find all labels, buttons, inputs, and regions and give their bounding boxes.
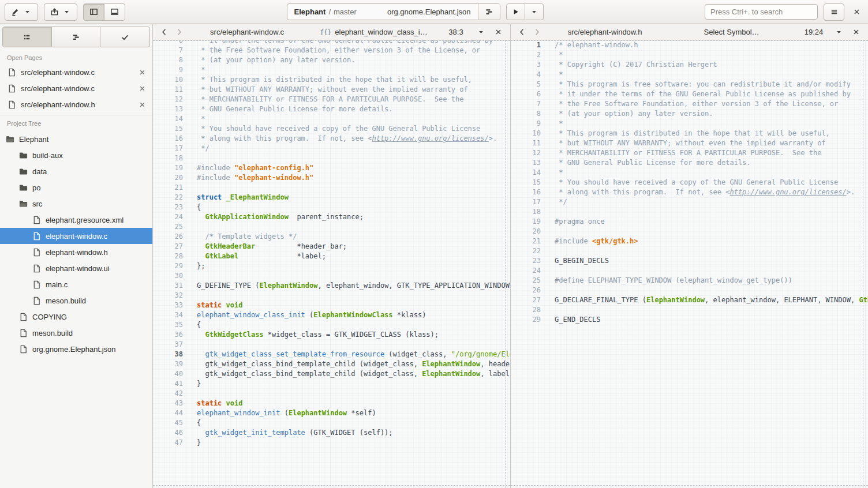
file-icon (8, 84, 16, 93)
code-line: 23{ (153, 202, 510, 212)
code-line: 16 * along with this program. If not, se… (153, 134, 510, 144)
menu-button[interactable] (824, 3, 844, 21)
code-line: 44elephant_window_init (ElephantWindow *… (153, 408, 510, 418)
close-pane-button[interactable] (848, 28, 863, 36)
file-icon (19, 329, 28, 337)
code-line: 43static void (153, 399, 510, 408)
play-icon (511, 7, 520, 16)
forward-button[interactable] (530, 28, 543, 36)
code-line: 17 */ (153, 144, 510, 153)
code-line: 14 * (511, 168, 868, 178)
run-options-button[interactable] (525, 3, 544, 20)
tree-item[interactable]: po (0, 179, 152, 196)
code-editor[interactable]: 6 * it under the terms of the GNU Genera… (153, 40, 510, 488)
close-pane-button[interactable] (491, 28, 506, 36)
dashed-divider (511, 40, 868, 41)
open-page-item[interactable]: src/elephant-window.h (0, 96, 152, 112)
code-editor[interactable]: 1/* elephant-window.h2 *3 * Copyright (C… (511, 40, 868, 488)
open-page-label: src/elephant-window.c (21, 68, 95, 77)
open-page-item[interactable]: src/elephant-window.c (0, 80, 152, 96)
device-selector-button[interactable] (44, 3, 77, 21)
sidebar-tab-checks[interactable] (100, 27, 149, 47)
code-line: 11 * but WITHOUT ANY WARRANTY; without e… (153, 85, 510, 95)
run-button[interactable] (506, 3, 525, 20)
file-title: src/elephant-window.c (188, 28, 306, 36)
tree-item[interactable]: elephant-window.c (0, 228, 152, 244)
tree-item[interactable]: org.gnome.Elephant.json (0, 341, 152, 357)
open-pages-label: Open Pages (0, 50, 152, 64)
window-close-button[interactable] (850, 7, 863, 16)
dashed-divider (153, 485, 510, 486)
folder-icon (19, 151, 28, 160)
dashed-divider (511, 485, 868, 486)
function-icon: ƒ{} (320, 28, 331, 36)
line-number: 28 (153, 251, 183, 261)
folder-open-icon (6, 135, 14, 144)
tree-item-label: elephant-window.ui (46, 264, 110, 273)
file-icon (19, 345, 28, 354)
symbol-dropdown[interactable]: ƒ{} elephant_window_class_i… (309, 28, 439, 36)
code-line: 25#define ELEPHANT_TYPE_WINDOW (elephant… (511, 276, 868, 286)
tree-item-label: build-aux (32, 151, 63, 160)
line-number: 41 (153, 379, 183, 389)
symbol-name: elephant_window_class_i… (335, 28, 427, 36)
line-number: 15 (511, 178, 541, 187)
tree-item[interactable]: meson.build (0, 325, 152, 341)
tree-item[interactable]: build-aux (0, 147, 152, 163)
tree-item[interactable]: elephant-window.ui (0, 260, 152, 276)
close-icon (138, 100, 147, 109)
line-number: 43 (153, 399, 183, 408)
tree-item-label: data (32, 167, 47, 176)
tree-item[interactable]: main.c (0, 276, 152, 292)
tree-item[interactable]: elephant-window.h (0, 244, 152, 260)
code-line: 42 (153, 389, 510, 399)
omnibar[interactable]: Elephant / master org.gnome.Elephant.jso… (287, 3, 500, 20)
symbol-dropdown[interactable]: Select Symbol… (667, 28, 796, 36)
code-line: 17 */ (511, 197, 868, 207)
line-number: 10 (153, 75, 183, 85)
line-number: 20 (153, 173, 183, 183)
file-icon (8, 100, 16, 109)
line-number: 13 (511, 158, 541, 168)
build-pipeline-button[interactable] (478, 4, 500, 20)
editor-options-button[interactable] (473, 28, 488, 36)
back-button[interactable] (515, 28, 528, 36)
tree-item[interactable]: elephant.gresource.xml (0, 212, 152, 228)
back-button[interactable] (158, 28, 170, 36)
tree-item[interactable]: meson.build (0, 292, 152, 309)
editor-mode-button[interactable] (5, 3, 38, 21)
line-number: 12 (153, 95, 183, 104)
open-page-item[interactable]: src/elephant-window.c (0, 64, 152, 80)
close-page-button[interactable] (138, 68, 147, 77)
tree-item[interactable]: src (0, 196, 152, 212)
sidebar-tab-pages[interactable] (3, 27, 52, 47)
tree-item[interactable]: data (0, 163, 152, 179)
editor-pane-header: src/elephant-window.h Select Symbol… 19:… (511, 24, 868, 40)
tree-item[interactable]: Elephant (0, 131, 152, 147)
tree-item[interactable]: COPYING (0, 309, 152, 325)
forward-button[interactable] (173, 28, 185, 36)
omnibar-main: Elephant / master org.gnome.Elephant.jso… (287, 4, 478, 20)
code-line: 28 (511, 305, 868, 315)
line-number: 22 (511, 246, 541, 256)
code-line: 45{ (153, 418, 510, 428)
line-number: 27 (511, 295, 541, 305)
editor-options-button[interactable] (831, 28, 846, 36)
close-page-button[interactable] (138, 84, 147, 93)
toggle-left-panel-button[interactable] (83, 3, 104, 21)
code-line: 19#pragma once (511, 217, 868, 227)
code-line: 41} (153, 379, 510, 389)
line-number: 21 (511, 237, 541, 246)
line-number: 23 (153, 202, 183, 212)
search-input[interactable] (705, 4, 818, 20)
editor-pane-header: src/elephant-window.c ƒ{} elephant_windo… (153, 24, 510, 40)
sidebar-tab-tree[interactable] (52, 27, 101, 47)
code-line: 23G_BEGIN_DECLS (511, 256, 868, 266)
code-line: 26 (511, 286, 868, 295)
toggle-bottom-panel-button[interactable] (104, 3, 125, 21)
close-icon (852, 7, 861, 16)
close-page-button[interactable] (138, 100, 147, 109)
line-number: 16 (153, 134, 183, 144)
code-line: 24 (511, 266, 868, 276)
line-number: 40 (153, 369, 183, 379)
